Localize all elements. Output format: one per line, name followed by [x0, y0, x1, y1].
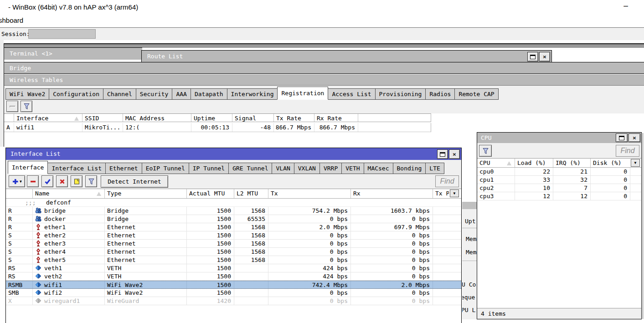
comment-row[interactable]: ;;; defconf	[6, 199, 461, 207]
tab-vlan[interactable]: VLAN	[272, 163, 294, 174]
actual-mtu-column-header[interactable]: Actual MTU	[186, 189, 234, 198]
maximize-button[interactable]	[616, 133, 628, 142]
table-row[interactable]: cpu2 10 7 0	[477, 184, 641, 192]
dashboard-tab-fragment[interactable]: shboard	[0, 16, 23, 24]
tab-eoip-tunnel[interactable]: EoIP Tunnel	[142, 163, 189, 174]
uptime-column-header[interactable]: Uptime	[191, 114, 232, 122]
tab-ip-tunnel[interactable]: IP Tunnel	[189, 163, 229, 174]
tab-interface-list[interactable]: Interface List	[47, 163, 106, 174]
cpu-column-header[interactable]: CPU	[477, 159, 515, 167]
route-list-window-titlebar[interactable]: Route List ×	[141, 50, 552, 63]
tab-aaa[interactable]: AAA	[172, 88, 191, 100]
filter-button[interactable]	[21, 101, 32, 112]
disk-column-header[interactable]: Disk (%)	[590, 159, 630, 167]
find-button[interactable]: Find	[435, 175, 459, 187]
tab-security[interactable]: Security	[136, 88, 173, 100]
minimize-button[interactable]: —	[618, 1, 634, 12]
actual-mtu-value: 1500	[186, 256, 234, 264]
load-column-header[interactable]: Load (%)	[515, 159, 553, 167]
tab-lte[interactable]: LTE	[425, 163, 444, 174]
table-row[interactable]: X wireguard1 WireGuard 1420 0 bps 0 bps	[6, 297, 461, 305]
comment-button[interactable]	[71, 175, 82, 187]
tx-column-header[interactable]: Tx	[268, 189, 350, 198]
tab-interface[interactable]: Interface	[8, 161, 48, 174]
table-row[interactable]: R docker Bridge 1500 65535 0 bps 0 bps	[6, 215, 461, 223]
tab-ethernet[interactable]: Ethernet	[105, 163, 142, 174]
mac-column-header[interactable]: MAC Address	[123, 114, 191, 122]
filter-button[interactable]	[479, 145, 492, 157]
tx-rate-column-header[interactable]: Tx Rate	[273, 114, 314, 122]
maximize-button[interactable]	[527, 52, 538, 62]
column-chooser-button[interactable]: ▼	[631, 159, 640, 167]
disable-button[interactable]	[56, 175, 68, 187]
remove-button[interactable]	[27, 175, 39, 187]
cpu-titlebar[interactable]: CPU ×	[477, 133, 641, 143]
table-row[interactable]: cpu3 12 12 0	[477, 192, 641, 200]
tab-remote-cap[interactable]: Remote CAP	[454, 88, 498, 100]
tab-wifi-wave2[interactable]: WiFi Wave2	[5, 88, 49, 100]
tab-radios[interactable]: Radios	[425, 88, 455, 100]
tab-channel[interactable]: Channel	[103, 88, 136, 100]
tx-value: 0 bps	[268, 231, 350, 239]
table-row[interactable]: SMB wifi2 WiFi Wave2 1500 0 bps 0 bps	[6, 289, 461, 297]
irq-column-header[interactable]: IRQ (%)	[553, 159, 590, 167]
tab-vxlan[interactable]: VXLAN	[294, 163, 320, 174]
tab-provisioning[interactable]: Provisioning	[375, 88, 426, 100]
detect-internet-button[interactable]: Detect Internet	[101, 175, 168, 188]
tx-packet-column-header[interactable]: Tx Pa	[433, 189, 449, 198]
terminal-window-titlebar[interactable]: Terminal <1>	[4, 47, 142, 60]
close-icon[interactable]: ×	[629, 133, 640, 142]
remove-button[interactable]	[6, 101, 18, 112]
close-icon[interactable]: ×	[449, 149, 460, 159]
filter-button[interactable]	[85, 175, 97, 187]
table-row[interactable]: R ether1 Ethernet 1500 1568 2.0 Mbps 697…	[6, 223, 461, 231]
table-row[interactable]: RS veth2 VETH 1500 424 bps 0 bps	[6, 272, 461, 281]
ssid-column-header[interactable]: SSID	[82, 114, 123, 122]
add-button[interactable]: ▼	[9, 175, 25, 187]
cpu-disk-value: 0	[590, 168, 630, 175]
rx-value: 0 bps	[350, 248, 433, 256]
tab-registration[interactable]: Registration	[277, 87, 328, 100]
table-row[interactable]: S ether5 Ethernet 1500 1568 0 bps 0 bps	[6, 256, 461, 264]
table-row[interactable]: S ether3 Ethernet 1500 1568 0 bps 0 bps	[6, 240, 461, 248]
close-icon[interactable]: ×	[539, 52, 550, 62]
l2-mtu-column-header[interactable]: L2 MTU	[234, 189, 268, 198]
wireless-tab-strip: WiFi Wave2ConfigurationChannelSecurityAA…	[5, 86, 498, 100]
rx-column-header[interactable]: Rx	[350, 189, 433, 198]
column-chooser-button[interactable]: ▼	[450, 190, 459, 197]
tx-value: 754.2 Mbps	[268, 207, 350, 215]
name-column-header[interactable]: Name	[32, 189, 104, 198]
registration-row[interactable]: A wifi1 MikroTi... 12:( 00:05:13 -48 866…	[4, 123, 431, 132]
table-row[interactable]: R bridge Bridge 1500 1568 754.2 Mbps 160…	[6, 207, 461, 215]
tab-access-list[interactable]: Access List	[328, 88, 375, 100]
bridge-window-titlebar[interactable]: Bridge	[4, 62, 644, 74]
flags-column-header[interactable]	[6, 189, 32, 198]
flags-column-header[interactable]	[4, 114, 14, 122]
signal-column-header[interactable]: Signal	[232, 114, 273, 122]
enable-button[interactable]	[41, 175, 53, 187]
tab-vrrp[interactable]: VRRP	[319, 163, 342, 174]
interface-list-titlebar[interactable]: Interface List ×	[6, 148, 461, 160]
table-row[interactable]: cpu1 33 32 0	[477, 176, 641, 184]
tab-bonding[interactable]: Bonding	[393, 163, 426, 174]
table-row[interactable]: S ether2 Ethernet 1500 1568 0 bps 0 bps	[6, 231, 461, 240]
tab-datapath[interactable]: Datapath	[191, 88, 227, 100]
interface-name: ether1	[44, 224, 66, 231]
table-row[interactable]: RS veth1 VETH 1500 424 bps 0 bps	[6, 264, 461, 272]
table-row[interactable]: cpu0 22 21 0	[477, 168, 641, 176]
table-row[interactable]: RSMB wifi1 WiFi Wave2 1500 742.4 Mbps 2.…	[6, 281, 461, 289]
table-row[interactable]: S ether4 Ethernet 1500 1568 0 bps 0 bps	[6, 248, 461, 256]
interface-column-header[interactable]: Interface	[14, 114, 82, 122]
type-column-header[interactable]: Type	[104, 189, 186, 198]
l2-mtu-value: 1568	[234, 240, 268, 247]
tab-gre-tunnel[interactable]: GRE Tunnel	[228, 163, 272, 174]
tab-veth[interactable]: VETH	[341, 163, 364, 174]
tab-configuration[interactable]: Configuration	[49, 88, 103, 100]
rx-rate-column-header[interactable]: Rx Rate	[314, 114, 358, 122]
tab-macsec[interactable]: MACsec	[364, 163, 393, 174]
find-button[interactable]: Find	[616, 145, 639, 157]
wireless-tables-window-titlebar[interactable]: Wireless Tables	[4, 74, 644, 86]
maximize-button[interactable]	[437, 149, 448, 159]
session-value-redacted[interactable]	[28, 29, 96, 39]
tab-interworking[interactable]: Interworking	[227, 88, 278, 100]
